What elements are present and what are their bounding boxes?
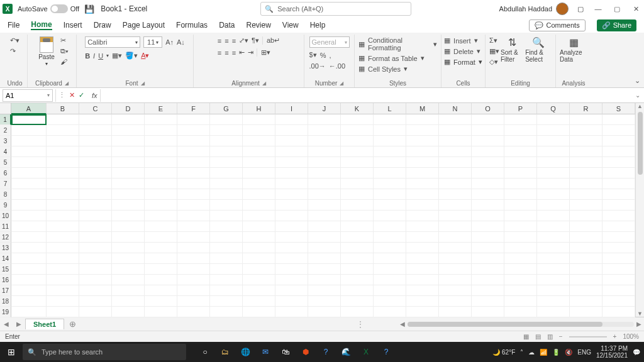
cell-N15[interactable] <box>439 264 472 275</box>
cell-B6[interactable] <box>47 168 79 178</box>
cell-Q8[interactable] <box>537 189 570 200</box>
cell-S3[interactable] <box>602 136 635 146</box>
cell-S12[interactable] <box>602 232 635 243</box>
cell-D15[interactable] <box>112 264 145 275</box>
row-header-15[interactable]: 15 <box>0 264 11 275</box>
cell-Q1[interactable] <box>537 114 570 125</box>
cell-P5[interactable] <box>504 157 537 168</box>
cell-S18[interactable] <box>602 296 635 307</box>
column-header-M[interactable]: M <box>406 103 439 114</box>
cell-J3[interactable] <box>308 136 341 146</box>
scroll-left-icon[interactable]: ◀ <box>400 321 405 327</box>
cell-I3[interactable] <box>275 136 308 146</box>
cell-K18[interactable] <box>341 296 374 307</box>
scroll-up-icon[interactable]: ▲ <box>637 103 643 109</box>
align-middle-icon[interactable]: ≡ <box>225 37 228 45</box>
cell-H9[interactable] <box>243 200 275 211</box>
column-header-B[interactable]: B <box>47 103 79 114</box>
cell-D9[interactable] <box>112 200 145 211</box>
cell-A13[interactable] <box>11 243 47 253</box>
cell-F11[interactable] <box>177 221 210 232</box>
cell-B3[interactable] <box>47 136 79 146</box>
cell-F12[interactable] <box>177 232 210 243</box>
cell-C2[interactable] <box>79 125 112 136</box>
cell-S6[interactable] <box>602 168 635 178</box>
cell-G10[interactable] <box>210 211 243 221</box>
cell-C9[interactable] <box>79 200 112 211</box>
cell-C5[interactable] <box>79 157 112 168</box>
increase-indent-icon[interactable]: ⇥ <box>248 48 253 57</box>
format-cells-button[interactable]: ▦ Format ▾ <box>444 58 482 66</box>
cell-Q14[interactable] <box>537 253 570 264</box>
cell-R12[interactable] <box>570 232 602 243</box>
close-button[interactable]: ✕ <box>630 5 641 13</box>
cell-G13[interactable] <box>210 243 243 253</box>
column-header-N[interactable]: N <box>439 103 472 114</box>
cell-M16[interactable] <box>406 275 439 285</box>
weather-widget[interactable]: 🌙 62°F <box>492 349 515 356</box>
cell-A8[interactable] <box>11 189 47 200</box>
battery-tray-icon[interactable]: 🔋 <box>552 349 560 356</box>
clipboard-launcher-icon[interactable]: ◢ <box>65 80 69 86</box>
cell-K17[interactable] <box>341 285 374 296</box>
cell-N10[interactable] <box>439 211 472 221</box>
office-icon[interactable]: ⬢ <box>298 344 313 359</box>
cell-M4[interactable] <box>406 146 439 157</box>
cell-G9[interactable] <box>210 200 243 211</box>
cell-A7[interactable] <box>11 178 47 189</box>
cell-E8[interactable] <box>145 189 177 200</box>
cell-B11[interactable] <box>47 221 79 232</box>
cell-M1[interactable] <box>406 114 439 125</box>
excel-taskbar-icon[interactable]: X <box>358 344 374 359</box>
comments-button[interactable]: 💬 Comments <box>529 19 585 31</box>
cell-A3[interactable] <box>11 136 47 146</box>
view-normal-icon[interactable]: ▦ <box>523 333 529 340</box>
cell-I17[interactable] <box>275 285 308 296</box>
cell-M18[interactable] <box>406 296 439 307</box>
cell-S7[interactable] <box>602 178 635 189</box>
cell-H7[interactable] <box>243 178 275 189</box>
cell-L5[interactable] <box>374 157 406 168</box>
cell-L18[interactable] <box>374 296 406 307</box>
cell-N3[interactable] <box>439 136 472 146</box>
cell-M11[interactable] <box>406 221 439 232</box>
cell-R7[interactable] <box>570 178 602 189</box>
cell-B13[interactable] <box>47 243 79 253</box>
toggle-switch[interactable] <box>50 4 68 13</box>
cell-J8[interactable] <box>308 189 341 200</box>
cell-C12[interactable] <box>79 232 112 243</box>
font-launcher-icon[interactable]: ◢ <box>141 80 145 86</box>
cell-G11[interactable] <box>210 221 243 232</box>
row-header-19[interactable]: 19 <box>0 307 11 317</box>
cell-H14[interactable] <box>243 253 275 264</box>
cell-F10[interactable] <box>177 211 210 221</box>
vscroll-thumb[interactable] <box>638 112 643 175</box>
wrap-text-icon[interactable]: ab↵ <box>262 36 280 45</box>
align-left-icon[interactable]: ≡ <box>218 49 221 57</box>
font-name-select[interactable]: Calibri▾ <box>85 36 140 48</box>
cell-S13[interactable] <box>602 243 635 253</box>
copy-icon[interactable]: ⧉▾ <box>60 47 69 55</box>
cell-K1[interactable] <box>341 114 374 125</box>
formula-input[interactable] <box>101 89 631 102</box>
cell-F1[interactable] <box>177 114 210 125</box>
cell-G12[interactable] <box>210 232 243 243</box>
cell-R3[interactable] <box>570 136 602 146</box>
cell-E19[interactable] <box>145 307 177 317</box>
search-box[interactable]: 🔍 Search (Alt+Q) <box>260 2 411 16</box>
tab-page-layout[interactable]: Page Layout <box>123 21 165 30</box>
chrome-icon[interactable]: 🌐 <box>238 344 253 359</box>
cell-D3[interactable] <box>112 136 145 146</box>
edge-icon[interactable]: 🌊 <box>338 344 353 359</box>
cell-P3[interactable] <box>504 136 537 146</box>
cell-A12[interactable] <box>11 232 47 243</box>
insert-cells-button[interactable]: ▦ Insert ▾ <box>444 36 478 45</box>
tab-help[interactable]: Help <box>310 21 326 30</box>
maximize-button[interactable]: ▢ <box>611 5 623 13</box>
align-bottom-icon[interactable]: ≡ <box>232 37 236 45</box>
cell-C19[interactable] <box>79 307 112 317</box>
cell-J11[interactable] <box>308 221 341 232</box>
undo-icon[interactable]: ↶▾ <box>10 36 19 45</box>
cell-Q3[interactable] <box>537 136 570 146</box>
cell-R14[interactable] <box>570 253 602 264</box>
